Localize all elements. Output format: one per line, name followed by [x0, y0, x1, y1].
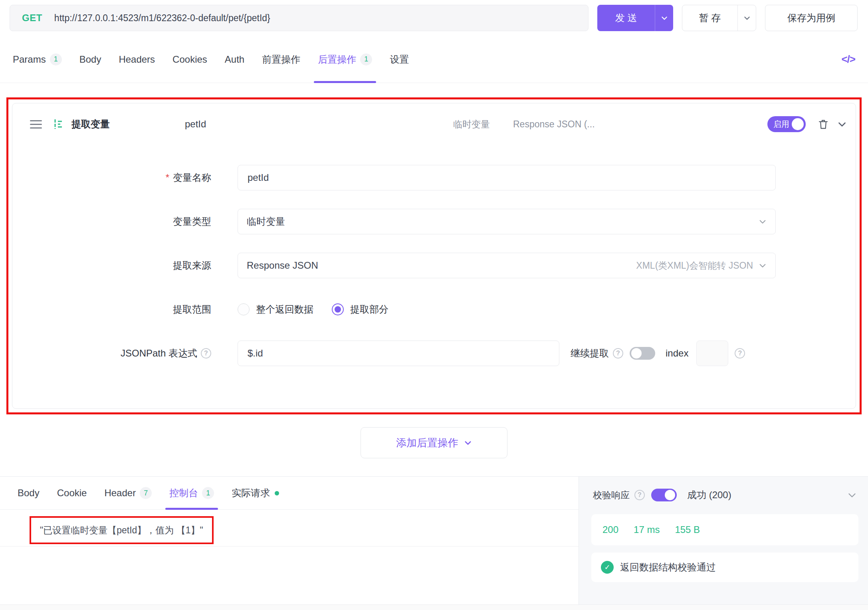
form-row-scope: 提取范围 整个返回数据 提取部分: [12, 297, 856, 322]
stash-dropdown-caret-icon[interactable]: [737, 5, 756, 31]
enable-toggle-label: 启用: [773, 119, 789, 130]
tab-auth[interactable]: Auth: [225, 36, 244, 83]
tab-console-label: 控制台: [169, 487, 198, 499]
tab-params[interactable]: Params 1: [13, 36, 62, 83]
variable-name-input[interactable]: [238, 165, 776, 190]
tab-headers[interactable]: Headers: [119, 36, 155, 83]
response-validation-pane: 校验响应 ? 成功 (200) 200 17 ms 155 B ✓ 返回数据结构…: [579, 477, 868, 604]
tab-response-cookie[interactable]: Cookie: [57, 477, 87, 509]
response-stats-card: 200 17 ms 155 B: [591, 514, 858, 545]
response-size: 155 B: [675, 524, 700, 535]
status-code: 200: [602, 524, 618, 535]
stash-button[interactable]: 暂 存: [682, 5, 756, 31]
tab-response-cookie-label: Cookie: [57, 487, 87, 499]
tab-console-badge: 1: [202, 487, 214, 499]
index-label: index: [666, 348, 688, 359]
form-row-name: * 变量名称: [12, 165, 856, 190]
form-row-type: 变量类型 临时变量: [12, 209, 856, 234]
schema-validation-card: ✓ 返回数据结构校验通过: [591, 553, 858, 582]
variable-type-select[interactable]: 临时变量: [238, 209, 776, 234]
url-bar[interactable]: GET: [10, 5, 589, 31]
summary-extract-source: Response JSON (...: [513, 119, 595, 130]
console-log-line: "已设置临时变量【petId】，值为 【1】": [40, 524, 203, 537]
tab-settings[interactable]: 设置: [390, 36, 409, 83]
save-as-case-button[interactable]: 保存为用例: [765, 5, 858, 31]
summary-variable-type: 临时变量: [453, 118, 490, 131]
index-input[interactable]: [696, 341, 728, 366]
validation-collapse-chevron-icon[interactable]: [847, 490, 857, 500]
continue-extract-help-icon[interactable]: ?: [613, 348, 623, 358]
validate-response-label: 校验响应: [593, 489, 630, 501]
enable-toggle[interactable]: 启用: [767, 116, 806, 132]
send-button-label: 发 送: [597, 5, 655, 31]
extract-variable-icon: [52, 118, 64, 130]
required-mark: *: [166, 172, 169, 183]
tab-cookies[interactable]: Cookies: [172, 36, 207, 83]
tab-headers-label: Headers: [119, 54, 155, 65]
tab-response-body[interactable]: Body: [18, 477, 40, 509]
validate-response-help-icon[interactable]: ?: [634, 490, 645, 500]
check-circle-icon: ✓: [601, 561, 614, 574]
tab-params-label: Params: [13, 54, 46, 65]
add-post-action-button[interactable]: 添加后置操作: [361, 427, 507, 458]
radio-circle: [238, 303, 250, 315]
extract-source-value: Response JSON: [247, 260, 318, 271]
window-bottom-strip: [0, 604, 868, 610]
radio-extract-part-label: 提取部分: [350, 303, 388, 316]
jsonpath-input[interactable]: [238, 341, 559, 366]
tab-response-header[interactable]: Header 7: [104, 477, 152, 509]
console-annotation-red-box: "已设置临时变量【petId】，值为 【1】": [30, 516, 214, 544]
response-tabs: Body Cookie Header 7 控制台 1 实际请求: [0, 477, 579, 510]
source-field-label: 提取来源: [173, 259, 211, 272]
radio-whole-response[interactable]: 整个返回数据: [238, 303, 313, 316]
http-method-label[interactable]: GET: [22, 12, 42, 24]
tab-post-actions[interactable]: 后置操作 1: [318, 36, 372, 83]
console-output: "已设置临时变量【petId】，值为 【1】": [0, 510, 579, 547]
variable-type-value: 临时变量: [247, 215, 285, 228]
index-help-icon[interactable]: ?: [735, 348, 745, 358]
collapse-chevron-icon[interactable]: [837, 119, 847, 129]
add-post-action-row: 添加后置操作: [0, 427, 868, 458]
jsonpath-help-icon[interactable]: ?: [201, 348, 211, 358]
type-field-label: 变量类型: [173, 215, 211, 228]
send-button[interactable]: 发 送: [597, 5, 673, 31]
extract-variable-form: * 变量名称 变量类型 临时变量 提取来源: [12, 145, 856, 366]
radio-extract-part[interactable]: 提取部分: [332, 303, 388, 316]
continue-extract-label: 继续提取: [571, 347, 609, 360]
api-request-page: GET 发 送 暂 存 保存为用例 Params 1 Body Headers …: [0, 0, 868, 610]
card-title: 提取变量: [71, 118, 110, 131]
request-toolbar: GET 发 送 暂 存 保存为用例: [0, 0, 868, 36]
extract-source-select[interactable]: Response JSON XML(类XML)会智能转 JSON: [238, 253, 776, 278]
code-view-icon[interactable]: </>: [841, 53, 855, 65]
extract-variable-card: 提取变量 petId 临时变量 Response JSON (... 启用: [12, 103, 856, 409]
validate-response-row: 校验响应 ? 成功 (200): [591, 487, 858, 503]
extract-variable-name: petId: [185, 119, 206, 130]
tab-actual-request[interactable]: 实际请求: [232, 477, 279, 509]
actual-request-dot: [275, 491, 279, 495]
tab-response-header-label: Header: [104, 487, 136, 499]
continue-extract-toggle[interactable]: [630, 347, 655, 360]
drag-handle-icon[interactable]: [30, 120, 42, 129]
tab-post-actions-badge: 1: [360, 53, 372, 65]
radio-whole-response-label: 整个返回数据: [256, 303, 313, 316]
tab-response-body-label: Body: [18, 487, 40, 499]
response-left-pane: Body Cookie Header 7 控制台 1 实际请求 "已设置临时变量…: [0, 477, 579, 604]
tab-response-header-badge: 7: [140, 487, 152, 499]
tab-pre-actions[interactable]: 前置操作: [262, 36, 300, 83]
name-field-label: 变量名称: [173, 171, 211, 184]
delete-icon[interactable]: [817, 118, 829, 130]
url-input[interactable]: [54, 12, 576, 24]
tab-settings-label: 设置: [390, 53, 409, 66]
tab-params-badge: 1: [50, 53, 62, 65]
send-dropdown-caret-icon[interactable]: [655, 5, 673, 31]
enable-toggle-knob: [792, 118, 804, 130]
tab-body[interactable]: Body: [79, 36, 101, 83]
validate-response-toggle[interactable]: [651, 489, 677, 501]
add-post-action-label: 添加后置操作: [396, 436, 458, 450]
form-row-source: 提取来源 Response JSON XML(类XML)会智能转 JSON: [12, 253, 856, 278]
tab-console[interactable]: 控制台 1: [169, 477, 214, 509]
radio-circle-checked: [332, 303, 344, 315]
tab-body-label: Body: [79, 54, 101, 65]
tab-cookies-label: Cookies: [172, 54, 207, 65]
schema-validation-result: 返回数据结构校验通过: [620, 561, 716, 574]
